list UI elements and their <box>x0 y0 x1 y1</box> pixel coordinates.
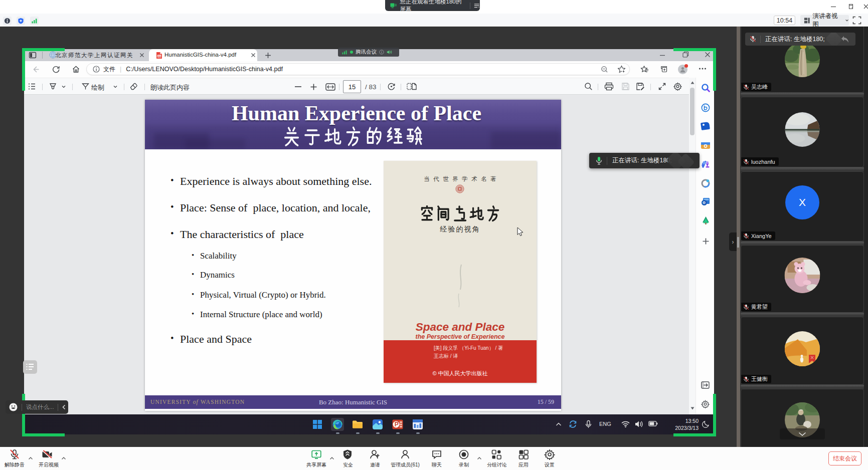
svg-text:P: P <box>395 421 399 428</box>
svg-text:PDF: PDF <box>157 55 162 58</box>
svg-text:o: o <box>703 200 706 205</box>
